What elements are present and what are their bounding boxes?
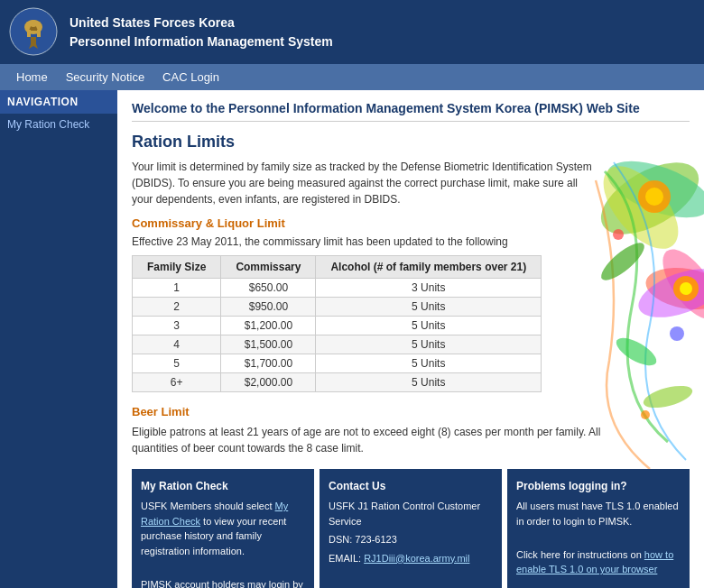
- table-cell: $2,000.00: [221, 373, 316, 392]
- header-title: United States Forces Korea Personnel Inf…: [69, 14, 333, 51]
- table-cell: 4: [133, 335, 221, 354]
- table-cell: $650.00: [221, 279, 316, 298]
- table-cell: 5: [133, 354, 221, 373]
- table-cell: 5 Units: [316, 373, 542, 392]
- nav-security-notice[interactable]: Security Notice: [57, 68, 153, 87]
- info-box-contact: Contact Us USFK J1 Ration Control Custom…: [320, 469, 502, 588]
- table-row: 6+$2,000.005 Units: [133, 373, 542, 392]
- table-cell: $950.00: [221, 298, 316, 317]
- commissary-title: Commissary & Liquor Limit: [132, 216, 690, 230]
- header-logo: [9, 7, 59, 57]
- table-cell: 3 Units: [316, 279, 542, 298]
- sidebar-nav-title: NAVIGATION: [0, 90, 117, 114]
- main-layout: NAVIGATION My Ration Check: [0, 90, 704, 588]
- tls-link[interactable]: how to enable TLS 1.0 on your browser: [516, 549, 673, 575]
- info-box-login-title: Problems logging in?: [516, 478, 681, 494]
- jrdcs-title: Looking for JRDCS?: [329, 584, 493, 589]
- section-title: Ration Limits: [132, 133, 690, 152]
- main-content: Welcome to the Personnel Information Man…: [117, 90, 704, 588]
- table-row: 3$1,200.005 Units: [133, 317, 542, 335]
- svg-point-5: [30, 20, 37, 27]
- contact-line3: EMAIL: RJ1Diii@korea.army.mil: [329, 551, 493, 566]
- info-box-ration-check: My Ration Check USFK Members should sele…: [132, 469, 314, 588]
- commissary-text: Effective 23 May 2011, the commissary li…: [132, 235, 601, 248]
- col-header-commissary: Commissary: [221, 256, 316, 279]
- info-box-ration-title: My Ration Check: [141, 478, 305, 494]
- info-box-ration-text2: PIMSK account holders may login by selec…: [141, 577, 305, 589]
- svg-rect-4: [37, 30, 41, 37]
- my-ration-check-link[interactable]: My Ration Check: [141, 501, 288, 527]
- beer-title: Beer Limit: [132, 405, 690, 418]
- info-box-contact-title: Contact Us: [329, 478, 493, 494]
- login-line1: All users must have TLS 1.0 enabled in o…: [516, 499, 681, 528]
- info-boxes: My Ration Check USFK Members should sele…: [132, 469, 690, 588]
- table-cell: $1,200.00: [221, 317, 316, 335]
- table-cell: $1,700.00: [221, 354, 316, 373]
- table-cell: 5 Units: [316, 354, 542, 373]
- nav-home[interactable]: Home: [7, 68, 57, 87]
- table-cell: 6+: [133, 373, 221, 392]
- svg-rect-3: [27, 30, 31, 37]
- contact-email-link[interactable]: RJ1Diii@korea.army.mil: [364, 553, 469, 564]
- table-cell: 1: [133, 279, 221, 298]
- sidebar: NAVIGATION My Ration Check: [0, 90, 117, 588]
- table-cell: 5 Units: [316, 298, 542, 317]
- info-box-login-problems: Problems logging in? All users must have…: [507, 469, 690, 588]
- navbar: Home Security Notice CAC Login: [0, 64, 704, 90]
- table-cell: $1,500.00: [221, 335, 316, 354]
- info-box-ration-text1: USFK Members should select My Ration Che…: [141, 499, 305, 558]
- col-header-family: Family Size: [133, 256, 221, 279]
- table-row: 5$1,700.005 Units: [133, 354, 542, 373]
- content-inner: Welcome to the Personnel Information Man…: [132, 101, 690, 588]
- table-row: 4$1,500.005 Units: [133, 335, 542, 354]
- nav-cac-login[interactable]: CAC Login: [153, 68, 228, 87]
- contact-line2: DSN: 723-6123: [329, 532, 493, 547]
- table-cell: 5 Units: [316, 335, 542, 354]
- svg-rect-6: [31, 37, 36, 44]
- intro-text: Your limit is determined by family size …: [132, 159, 601, 207]
- contact-line1: USFK J1 Ration Control Customer Service: [329, 499, 493, 528]
- sidebar-item-my-ration-check[interactable]: My Ration Check: [0, 114, 117, 135]
- ration-table: Family Size Commissary Alcohol (# of fam…: [132, 255, 542, 392]
- login-line2: Click here for instructions on how to en…: [516, 547, 681, 577]
- table-cell: 5 Units: [316, 317, 542, 335]
- table-row: 2$950.005 Units: [133, 298, 542, 317]
- page-title: Welcome to the Personnel Information Man…: [132, 101, 690, 122]
- table-cell: 3: [133, 317, 221, 335]
- table-row: 1$650.003 Units: [133, 279, 542, 298]
- col-header-alcohol: Alcohol (# of family members over 21): [316, 256, 542, 279]
- header: United States Forces Korea Personnel Inf…: [0, 0, 704, 64]
- beer-text: Eligible patrons at least 21 years of ag…: [132, 424, 601, 456]
- table-cell: 2: [133, 298, 221, 317]
